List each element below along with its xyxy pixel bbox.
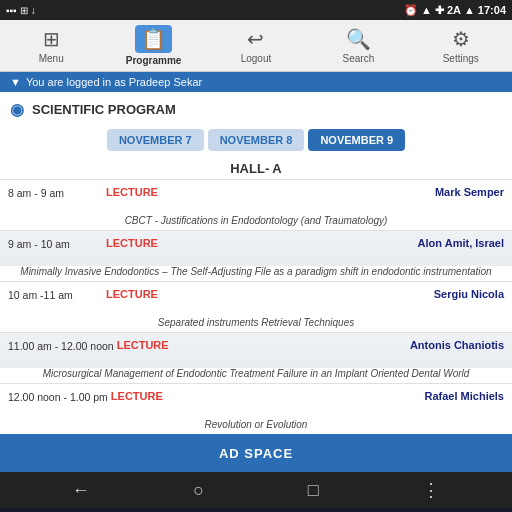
ad-space: AD SPACE — [0, 434, 512, 472]
alarm-icon: ⏰ — [404, 4, 418, 17]
table-row: 8 am - 9 am LECTURE Mark Semper — [0, 179, 512, 215]
speaker-5: Rafael Michiels — [166, 389, 504, 402]
tab-november-7[interactable]: NOVEMBER 7 — [107, 129, 204, 151]
desc-1: CBCT - Justifications in Endodontology (… — [0, 215, 512, 230]
recent-button[interactable]: □ — [308, 480, 319, 501]
time-1: 8 am - 9 am — [8, 185, 103, 201]
nav-programme[interactable]: 📋 Programme — [124, 25, 184, 66]
user-arrow-icon: ▼ — [10, 76, 21, 88]
programme-icon: 📋 — [135, 25, 172, 53]
nav-settings-label: Settings — [443, 53, 479, 64]
desc-3: Separated instruments Retrieval Techniqu… — [0, 317, 512, 332]
main-content: ◉ SCIENTIFIC PROGRAM NOVEMBER 7 NOVEMBER… — [0, 92, 512, 434]
table-row: 11.00 am - 12.00 noon LECTURE Antonis Ch… — [0, 332, 512, 368]
back-button[interactable]: ← — [72, 480, 90, 501]
nav-logout[interactable]: ↩ Logout — [226, 27, 286, 64]
desc-4: Microsurgical Management of Endodontic T… — [0, 368, 512, 383]
download-icon: ⊞ — [20, 5, 28, 16]
schedule: 8 am - 9 am LECTURE Mark Semper CBCT - J… — [0, 179, 512, 434]
program-header: ◉ SCIENTIFIC PROGRAM — [0, 92, 512, 124]
more-button[interactable]: ⋮ — [422, 479, 440, 501]
status-icons-right: ⏰ ▲ ✚ 2A ▲ 17:04 — [404, 4, 506, 17]
home-button[interactable]: ○ — [193, 480, 204, 501]
nav-menu-label: Menu — [39, 53, 64, 64]
user-bar-text: You are logged in as Pradeep Sekar — [26, 76, 202, 88]
menu-icon: ⊞ — [43, 27, 60, 51]
bottom-nav: ← ○ □ ⋮ — [0, 472, 512, 508]
speaker-4: Antonis Chaniotis — [172, 338, 504, 351]
search-icon: 🔍 — [346, 27, 371, 51]
wifi-icon: ▲ — [421, 4, 432, 16]
table-row: 10 am -11 am LECTURE Sergiu Nicola — [0, 281, 512, 317]
program-title: SCIENTIFIC PROGRAM — [32, 102, 176, 117]
speaker-3: Sergiu Nicola — [161, 287, 504, 300]
nav-bar: ⊞ Menu 📋 Programme ↩ Logout 🔍 Search ⚙ S… — [0, 20, 512, 72]
time-3: 10 am -11 am — [8, 287, 103, 303]
month-tabs: NOVEMBER 7 NOVEMBER 8 NOVEMBER 9 — [0, 124, 512, 156]
type-1: LECTURE — [103, 185, 161, 198]
table-row: 12.00 noon - 1.00 pm LECTURE Rafael Mich… — [0, 383, 512, 419]
program-circle-icon: ◉ — [10, 100, 24, 119]
nav-menu[interactable]: ⊞ Menu — [21, 27, 81, 64]
hall-label: HALL- A — [0, 156, 512, 179]
signal-icon: ▪▪▪ — [6, 5, 17, 16]
cross-icon: ✚ — [435, 4, 444, 17]
user-bar: ▼ You are logged in as Pradeep Sekar — [0, 72, 512, 92]
ad-space-label: AD SPACE — [219, 446, 293, 461]
download-arrow-icon: ↓ — [31, 5, 36, 16]
status-icons-left: ▪▪▪ ⊞ ↓ — [6, 5, 36, 16]
logout-icon: ↩ — [247, 27, 264, 51]
desc-2: Minimally Invasive Endodontics – The Sel… — [0, 266, 512, 281]
nav-settings[interactable]: ⚙ Settings — [431, 27, 491, 64]
table-row: 9 am - 10 am LECTURE Alon Amit, Israel — [0, 230, 512, 266]
nav-logout-label: Logout — [241, 53, 272, 64]
tab-november-9[interactable]: NOVEMBER 9 — [308, 129, 405, 151]
nav-programme-label: Programme — [126, 55, 182, 66]
tab-november-8[interactable]: NOVEMBER 8 — [208, 129, 305, 151]
signal-bars-icon: ▲ — [464, 4, 475, 16]
speaker-2: Alon Amit, Israel — [161, 236, 504, 249]
nav-search[interactable]: 🔍 Search — [328, 27, 388, 64]
time-2: 9 am - 10 am — [8, 236, 103, 252]
status-bar: ▪▪▪ ⊞ ↓ ⏰ ▲ ✚ 2A ▲ 17:04 — [0, 0, 512, 20]
type-4: LECTURE — [114, 338, 172, 351]
type-2: LECTURE — [103, 236, 161, 249]
time-4: 11.00 am - 12.00 noon — [8, 338, 114, 354]
desc-5: Revolution or Evolution — [0, 419, 512, 434]
type-3: LECTURE — [103, 287, 161, 300]
speaker-1: Mark Semper — [161, 185, 504, 198]
nav-search-label: Search — [343, 53, 375, 64]
settings-icon: ⚙ — [452, 27, 470, 51]
time-display: 17:04 — [478, 4, 506, 16]
data-icon: 2A — [447, 4, 461, 16]
time-5: 12.00 noon - 1.00 pm — [8, 389, 108, 405]
type-5: LECTURE — [108, 389, 166, 402]
